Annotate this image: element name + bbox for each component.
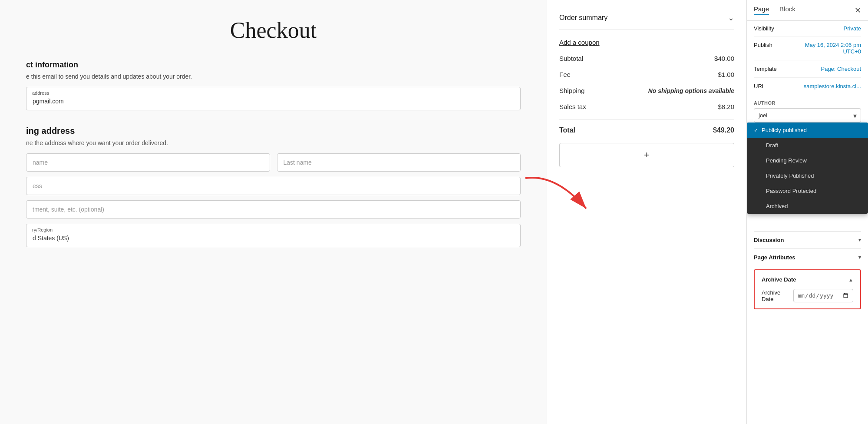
email-input[interactable]: [26, 87, 521, 110]
email-placeholder-label: address: [32, 90, 49, 96]
order-summary-label: Order summary: [559, 14, 607, 22]
sales-tax-row: Sales tax $8.20: [559, 103, 734, 110]
visibility-label: Visibility: [754, 25, 789, 32]
contact-subtitle: e this email to send you details and upd…: [26, 73, 521, 80]
discussion-chevron: ▾: [858, 237, 861, 243]
tab-page[interactable]: Page: [754, 5, 769, 15]
status-option-label-2: Pending Review: [766, 157, 807, 164]
publish-label: Publish: [754, 42, 789, 48]
check-icon: ✓: [754, 127, 758, 133]
subtotal-value: $40.00: [714, 55, 734, 62]
archive-date-field-label: Archive Date: [762, 289, 793, 302]
status-option-password-protected[interactable]: Password Protected: [747, 183, 868, 199]
shipping-value: No shipping options available: [648, 87, 734, 94]
address2-input[interactable]: [26, 200, 521, 219]
page-title: Checkout: [26, 17, 521, 43]
status-option-draft[interactable]: Draft: [747, 138, 868, 153]
sidebar: Page Block ✕ Visibility Private Publish …: [746, 0, 868, 424]
template-label: Template: [754, 66, 789, 72]
archive-date-panel: Archive Date ▲ Archive Date: [754, 269, 861, 309]
first-name-input[interactable]: [26, 153, 270, 172]
country-label: ry/Region: [32, 227, 53, 232]
archive-date-row: Archive Date: [762, 289, 853, 302]
discussion-row[interactable]: Discussion ▾: [754, 231, 861, 248]
total-value: $49.20: [713, 126, 734, 134]
order-summary-chevron[interactable]: ⌄: [728, 13, 734, 23]
total-row: Total $49.20: [559, 119, 734, 134]
archive-date-title: Archive Date: [762, 276, 796, 283]
status-option-privately-published[interactable]: Privately Published: [747, 168, 868, 183]
status-option-label-5: Archived: [766, 203, 788, 209]
fee-value: $1.00: [718, 71, 734, 78]
status-option-label-4: Password Protected: [766, 188, 816, 194]
author-select-wrapper: joel: [754, 108, 861, 123]
add-button[interactable]: +: [559, 143, 734, 167]
status-section: STATUS ✓ Publicly published Draft Pendin…: [754, 123, 861, 231]
coupon-link[interactable]: Add a coupon: [559, 39, 734, 46]
author-section: AUTHOR joel: [754, 95, 861, 123]
order-panel: Order summary ⌄ Add a coupon Subtotal $4…: [547, 0, 746, 424]
sidebar-tabs: Page Block: [754, 5, 795, 15]
publish-value[interactable]: May 16, 2024 2:06 pm UTC+0: [789, 42, 861, 55]
fee-label: Fee: [559, 71, 571, 78]
status-option-publicly-published[interactable]: ✓ Publicly published: [747, 123, 868, 138]
contact-label: ct information: [26, 60, 521, 70]
order-summary-header: Order summary ⌄: [559, 13, 734, 30]
page-attributes-row[interactable]: Page Attributes ▾: [754, 248, 861, 266]
country-input[interactable]: [26, 224, 521, 247]
page-attributes-chevron: ▾: [858, 255, 861, 260]
publish-row: Publish May 16, 2024 2:06 pm UTC+0: [754, 36, 861, 60]
sales-tax-value: $8.20: [718, 103, 734, 110]
archive-date-title-row: Archive Date ▲: [762, 276, 853, 283]
url-row: URL samplestore.kinsta.cl...: [754, 78, 861, 95]
status-option-pending-review[interactable]: Pending Review: [747, 153, 868, 168]
archive-date-chevron[interactable]: ▲: [848, 277, 853, 282]
visibility-value[interactable]: Private: [844, 25, 861, 32]
shipping-label: Shipping: [559, 87, 584, 94]
sales-tax-label: Sales tax: [559, 103, 586, 110]
status-option-archived[interactable]: Archived: [747, 199, 868, 214]
tab-block[interactable]: Block: [779, 5, 795, 15]
subtotal-label: Subtotal: [559, 55, 583, 62]
status-option-label-3: Privately Published: [766, 172, 814, 179]
template-row: Template Page: Checkout: [754, 60, 861, 78]
close-button[interactable]: ✕: [855, 7, 861, 14]
visibility-row: Visibility Private: [754, 21, 861, 36]
discussion-label: Discussion: [754, 237, 784, 243]
template-value[interactable]: Page: Checkout: [821, 66, 861, 72]
address-input[interactable]: [26, 177, 521, 195]
total-label: Total: [559, 126, 575, 134]
archive-date-input[interactable]: [793, 289, 853, 302]
fee-row: Fee $1.00: [559, 71, 734, 78]
shipping-row: Shipping No shipping options available: [559, 87, 734, 94]
author-select[interactable]: joel: [754, 108, 861, 123]
subtotal-row: Subtotal $40.00: [559, 55, 734, 62]
url-label: URL: [754, 83, 789, 89]
author-title: AUTHOR: [754, 95, 861, 108]
billing-subtitle: ne the address where you want your order…: [26, 139, 521, 146]
url-value[interactable]: samplestore.kinsta.cl...: [804, 83, 861, 89]
billing-label: ing address: [26, 126, 521, 136]
main-content: Checkout ct information e this email to …: [0, 0, 547, 424]
status-option-label-1: Draft: [766, 142, 778, 149]
sidebar-header: Page Block ✕: [747, 0, 868, 21]
last-name-input[interactable]: [277, 153, 521, 172]
status-option-label-0: Publicly published: [762, 127, 807, 133]
page-attributes-label: Page Attributes: [754, 254, 795, 261]
status-dropdown: ✓ Publicly published Draft Pending Revie…: [747, 123, 868, 214]
sidebar-body: Visibility Private Publish May 16, 2024 …: [747, 21, 868, 424]
